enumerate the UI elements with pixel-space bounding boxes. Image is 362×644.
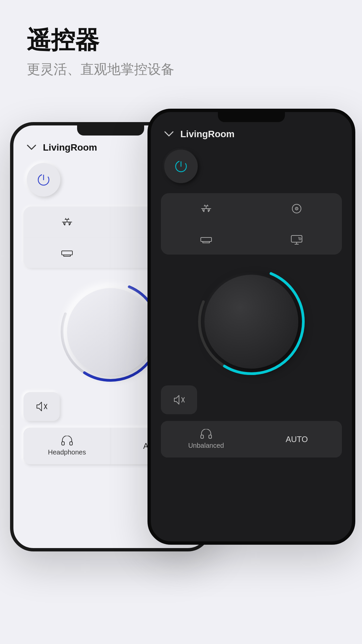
knob-section-dark: [151, 261, 352, 382]
room-name-dark: LivingRoom: [180, 129, 235, 140]
svg-rect-7: [62, 251, 72, 255]
input-usb-dark[interactable]: [161, 193, 251, 224]
auto-label-dark: AUTO: [286, 435, 308, 444]
chevron-down-icon-dark[interactable]: [164, 129, 174, 140]
output-auto-dark[interactable]: AUTO: [252, 421, 342, 458]
svg-point-2: [64, 224, 65, 225]
input-grid-dark: [161, 193, 342, 255]
power-button-light[interactable]: [27, 163, 60, 197]
svg-rect-27: [291, 235, 302, 242]
phone-dark: LivingRoom: [147, 109, 355, 545]
page-container: 遥控器 更灵活、直观地掌控设备 LivingRoom: [0, 0, 362, 644]
header: 遥控器 更灵活、直观地掌控设备: [0, 0, 362, 92]
volume-knob-dark[interactable]: [194, 265, 308, 379]
phone-inner-dark: LivingRoom: [151, 112, 352, 541]
input-hdmi-dark[interactable]: [161, 224, 251, 255]
phones-container: LivingRoom: [0, 102, 362, 605]
mute-button-light[interactable]: [23, 392, 60, 421]
svg-point-25: [296, 208, 297, 209]
output-section-dark: Unbalanced AUTO: [151, 418, 352, 461]
svg-rect-17: [62, 442, 64, 445]
volume-up-button-light[interactable]: [11, 199, 13, 216]
notch-light: [77, 125, 144, 136]
svg-rect-26: [201, 237, 212, 241]
page-title: 遥控器: [27, 27, 335, 53]
mute-section-dark: [151, 382, 352, 418]
svg-point-22: [208, 211, 209, 212]
power-section-dark: [151, 146, 352, 186]
output-grid-dark: Unbalanced AUTO: [161, 421, 342, 458]
input-disc-dark[interactable]: [252, 193, 342, 224]
page-subtitle: 更灵活、直观地掌控设备: [27, 60, 335, 78]
svg-point-21: [203, 211, 204, 212]
output-headphones-dark[interactable]: Unbalanced: [161, 421, 251, 458]
svg-rect-37: [209, 435, 212, 438]
mute-button-dark[interactable]: [161, 385, 197, 414]
input-display-dark[interactable]: [252, 224, 342, 255]
unbalanced-label-dark: Unbalanced: [188, 442, 224, 449]
power-button-dark[interactable]: [164, 150, 198, 183]
notch-dark: [218, 112, 285, 122]
chevron-down-icon-light[interactable]: [27, 142, 36, 153]
svg-rect-36: [201, 435, 203, 438]
app-header-dark: LivingRoom: [151, 122, 352, 146]
svg-point-3: [69, 224, 70, 225]
svg-line-31: [298, 237, 300, 238]
input-usb-light[interactable]: [23, 207, 111, 237]
input-hdmi-light[interactable]: [23, 238, 111, 268]
room-name-light: LivingRoom: [43, 142, 97, 153]
headphones-label-light: Headphones: [48, 448, 86, 456]
output-headphones-light[interactable]: Headphones: [23, 428, 111, 464]
volume-down-button-light[interactable]: [11, 219, 13, 236]
svg-rect-18: [70, 442, 72, 445]
